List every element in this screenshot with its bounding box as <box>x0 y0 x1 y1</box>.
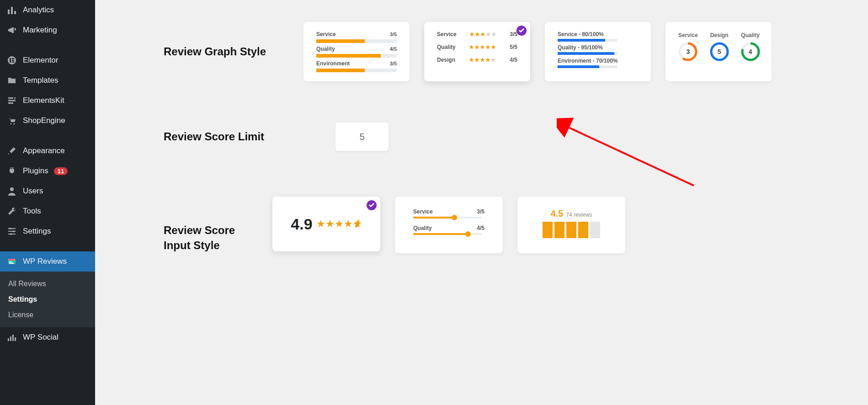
check-icon <box>367 200 377 210</box>
sidebar-item-shopengine[interactable]: ShopEngine <box>0 111 95 131</box>
submenu-license[interactable]: License <box>0 307 95 323</box>
plugins-badge: 11 <box>54 167 68 175</box>
sidebar-item-plugins[interactable]: Plugins 11 <box>0 161 95 181</box>
svg-rect-8 <box>8 97 13 99</box>
plug-icon <box>6 165 17 176</box>
sidebar-item-wp-social[interactable]: WP Social <box>0 327 95 347</box>
graph-style-option-circles[interactable]: Service3 Design5 Quality4 <box>666 22 772 81</box>
svg-point-18 <box>9 228 11 229</box>
sidebar-item-label: Plugins <box>23 166 48 176</box>
stars-icon: ★★★★★ <box>469 57 496 63</box>
svg-point-32 <box>711 43 728 60</box>
svg-rect-10 <box>8 102 13 104</box>
check-icon <box>517 26 527 36</box>
svg-point-13 <box>14 123 15 125</box>
sidebar-item-elementor[interactable]: Elementor <box>0 50 95 70</box>
sidebar-item-settings[interactable]: Settings <box>0 221 95 241</box>
folder-icon <box>6 75 17 86</box>
progress-ring: 3 <box>678 42 698 61</box>
stars-icon: ★★★★★★⯨ <box>316 218 362 230</box>
bars-icon <box>543 222 600 238</box>
sidebar-item-marketing[interactable]: Marketing <box>0 20 95 40</box>
wrench-icon <box>6 206 17 217</box>
svg-rect-9 <box>8 100 16 101</box>
sidebar-item-label: Appearance <box>23 146 65 155</box>
svg-rect-28 <box>15 337 16 341</box>
sliders-icon <box>6 226 17 237</box>
sidebar-item-elementskit[interactable]: ElementsKit <box>0 91 95 111</box>
main-content: Review Graph Style Service3/5 Quality4/5… <box>95 0 868 405</box>
stars-icon: ★★★★★ <box>469 31 497 37</box>
sidebar-item-label: Analytics <box>23 5 54 15</box>
progress-ring: 4 <box>741 42 760 61</box>
sidebar-item-label: Templates <box>23 76 58 85</box>
sidebar-item-users[interactable]: Users <box>0 181 95 201</box>
elementskit-icon <box>6 95 17 106</box>
sidebar-item-label: Tools <box>23 207 41 216</box>
svg-rect-0 <box>8 10 10 14</box>
svg-point-20 <box>10 233 12 235</box>
sidebar-item-label: WP Reviews <box>23 257 67 266</box>
cart-icon <box>6 115 17 126</box>
svg-rect-26 <box>10 336 11 341</box>
svg-rect-2 <box>14 11 16 14</box>
sidebar-item-appearance[interactable]: Appearance <box>0 141 95 161</box>
svg-rect-22 <box>8 259 16 261</box>
heading-score-limit: Review Score Limit <box>164 130 304 143</box>
svg-rect-25 <box>8 338 9 341</box>
sidebar-item-wp-reviews[interactable]: WP Reviews <box>0 251 95 272</box>
svg-rect-7 <box>12 62 14 63</box>
user-icon <box>6 186 17 197</box>
svg-rect-1 <box>11 7 13 14</box>
wp-reviews-icon <box>6 256 17 267</box>
svg-rect-5 <box>12 58 14 59</box>
input-style-option-star[interactable]: 4.9 ★★★★★★⯨ <box>272 197 380 251</box>
sidebar-item-label: ShopEngine <box>23 116 65 125</box>
sidebar-item-label: Marketing <box>23 26 57 35</box>
svg-rect-11 <box>14 97 16 99</box>
score-limit-input[interactable]: 5 <box>335 123 389 151</box>
brush-icon <box>6 145 17 156</box>
input-style-option-bars[interactable]: 4.574 reviews <box>517 197 625 253</box>
svg-rect-6 <box>12 60 14 61</box>
admin-sidebar: Analytics Marketing Elementor Templates <box>0 0 95 405</box>
sidebar-item-label: WP Social <box>23 333 59 342</box>
row-review-graph-style: Review Graph Style Service3/5 Quality4/5… <box>164 22 868 81</box>
sidebar-item-tools[interactable]: Tools <box>0 201 95 221</box>
megaphone-icon <box>6 25 17 36</box>
svg-rect-23 <box>9 261 12 262</box>
sidebar-item-templates[interactable]: Templates <box>0 70 95 91</box>
wp-reviews-submenu: All Reviews Settings License <box>0 272 95 327</box>
sidebar-item-label: Settings <box>23 227 51 236</box>
heading-graph-style: Review Graph Style <box>164 45 304 58</box>
input-style-option-slider[interactable]: Service3/5 Quality4/5 <box>395 197 503 253</box>
elementor-icon <box>6 55 17 66</box>
svg-point-12 <box>11 123 12 125</box>
progress-ring: 5 <box>710 42 729 61</box>
wp-social-icon <box>6 332 17 343</box>
row-score-limit: Review Score Limit 5 <box>164 123 868 151</box>
sidebar-item-analytics[interactable]: Analytics <box>0 0 95 20</box>
submenu-settings[interactable]: Settings <box>0 292 95 307</box>
row-input-style: Review Score Input Style 4.9 ★★★★★★⯨ Ser… <box>164 197 868 253</box>
svg-rect-4 <box>10 58 11 63</box>
sidebar-item-label: Users <box>23 187 43 196</box>
analytics-icon <box>6 5 17 16</box>
graph-style-option-stars[interactable]: Service★★★★★3/5 Quality★★★★★5/5 Design★★… <box>424 22 530 81</box>
sidebar-item-label: Elementor <box>23 56 58 65</box>
svg-rect-27 <box>12 335 14 341</box>
stars-icon: ★★★★★ <box>469 44 496 50</box>
graph-style-option-bars[interactable]: Service3/5 Quality4/5 Environment3/5 <box>304 22 410 81</box>
svg-point-14 <box>10 187 14 191</box>
sidebar-item-label: ElementsKit <box>23 96 64 105</box>
graph-style-option-percent[interactable]: Service - 80/100% Quality - 95/100% Envi… <box>545 22 651 81</box>
svg-point-19 <box>13 230 15 232</box>
svg-rect-24 <box>9 263 14 264</box>
submenu-all-reviews[interactable]: All Reviews <box>0 276 95 292</box>
